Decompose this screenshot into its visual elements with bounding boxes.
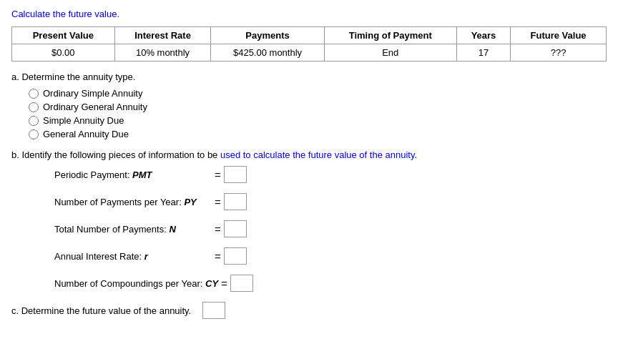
part-c-label: c. Determine the future value of the ann… bbox=[11, 305, 191, 316]
option-general-due[interactable]: General Annuity Due bbox=[29, 129, 607, 139]
col-header-years: Years bbox=[456, 27, 510, 44]
col-header-present-value: Present Value bbox=[12, 27, 115, 44]
pmt-label: Periodic Payment: PMT bbox=[54, 169, 212, 180]
col-header-interest-rate: Interest Rate bbox=[114, 27, 211, 44]
cy-input[interactable] bbox=[230, 275, 253, 292]
col-header-future-value: Future Value bbox=[511, 27, 607, 44]
part-b-label: b. Identify the following pieces of info… bbox=[11, 149, 607, 160]
radio-general-due[interactable] bbox=[29, 129, 39, 139]
py-label: Number of Payments per Year: PY bbox=[54, 197, 212, 207]
future-value-input[interactable] bbox=[202, 302, 225, 319]
n-row: Total Number of Payments: N = bbox=[54, 220, 607, 237]
radio-ordinary-simple[interactable] bbox=[29, 89, 39, 99]
r-label: Annual Interest Rate: r bbox=[54, 251, 212, 262]
part-b-section: b. Identify the following pieces of info… bbox=[11, 149, 607, 292]
radio-simple-due[interactable] bbox=[29, 116, 39, 126]
r-input[interactable] bbox=[224, 247, 247, 265]
option-ordinary-simple[interactable]: Ordinary Simple Annuity bbox=[29, 88, 607, 99]
option-simple-due[interactable]: Simple Annuity Due bbox=[29, 115, 607, 126]
radio-ordinary-general[interactable] bbox=[29, 102, 39, 112]
cy-label: Number of Compoundings per Year: CY bbox=[54, 278, 218, 289]
option-ordinary-general[interactable]: Ordinary General Annuity bbox=[29, 102, 607, 112]
py-row: Number of Payments per Year: PY = bbox=[54, 193, 607, 210]
label-ordinary-simple: Ordinary Simple Annuity bbox=[43, 88, 142, 99]
py-input[interactable] bbox=[224, 193, 247, 210]
annuity-options: Ordinary Simple Annuity Ordinary General… bbox=[29, 88, 607, 139]
part-c-section: c. Determine the future value of the ann… bbox=[11, 302, 607, 319]
pmt-row: Periodic Payment: PMT = bbox=[54, 166, 607, 183]
label-general-due: General Annuity Due bbox=[43, 129, 129, 139]
cell-present-value: $0.00 bbox=[12, 44, 115, 62]
label-ordinary-general: Ordinary General Annuity bbox=[43, 102, 147, 112]
pmt-input[interactable] bbox=[224, 166, 247, 183]
intro-text: Calculate the future value. bbox=[11, 9, 607, 19]
data-table: Present Value Interest Rate Payments Tim… bbox=[11, 26, 607, 62]
cell-years: 17 bbox=[456, 44, 510, 62]
col-header-payments: Payments bbox=[211, 27, 324, 44]
cell-timing: End bbox=[324, 44, 456, 62]
cell-future-value: ??? bbox=[511, 44, 607, 62]
label-simple-due: Simple Annuity Due bbox=[43, 115, 124, 126]
r-row: Annual Interest Rate: r = bbox=[54, 247, 607, 265]
cell-payments: $425.00 monthly bbox=[211, 44, 324, 62]
part-a-label: a. Determine the annuity type. bbox=[11, 72, 607, 82]
n-input[interactable] bbox=[224, 220, 247, 237]
cy-row: Number of Compoundings per Year: CY = bbox=[54, 275, 607, 292]
col-header-timing: Timing of Payment bbox=[324, 27, 456, 44]
cell-interest-rate: 10% monthly bbox=[114, 44, 211, 62]
n-label: Total Number of Payments: N bbox=[54, 224, 212, 235]
